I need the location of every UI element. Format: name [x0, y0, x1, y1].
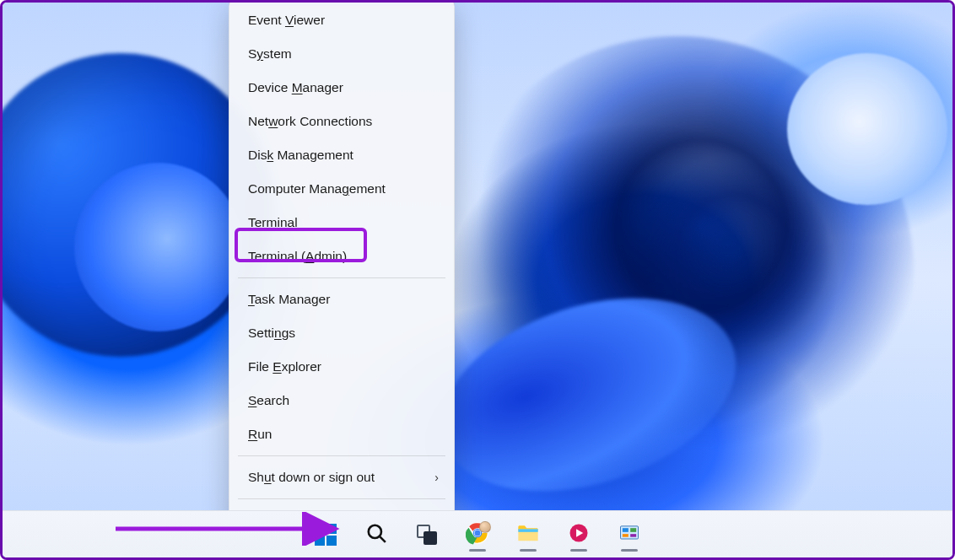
menu-item-system[interactable]: System: [233, 37, 451, 71]
menu-item-text-pre: Dis: [248, 148, 267, 162]
winx-context-menu: Event ViewerSystemDevice ManagerNetwork …: [229, 0, 455, 545]
menu-item-accelerator: g: [342, 181, 349, 196]
menu-item-text-post: ask Manager: [255, 292, 331, 306]
menu-item-file-explorer[interactable]: File Explorer: [233, 350, 451, 384]
menu-item-text-pre: Setti: [248, 326, 274, 340]
running-indicator: [469, 549, 486, 552]
task-view-icon: [417, 525, 437, 545]
menu-item-text-post: gs: [282, 326, 295, 340]
menu-item-text-post: stem: [263, 46, 292, 61]
menu-item-text-pre: File: [248, 359, 272, 374]
taskbar-taskview-button[interactable]: [408, 516, 445, 553]
taskbar-chrome-button[interactable]: [459, 516, 496, 553]
svg-rect-11: [630, 528, 636, 532]
menu-item-accelerator: w: [268, 114, 278, 128]
menu-item-accelerator: y: [256, 46, 263, 61]
menu-item-accelerator: V: [285, 13, 294, 27]
menu-item-text-pre: Computer Mana: [248, 181, 342, 196]
menu-item-event-viewer[interactable]: Event Viewer: [233, 3, 451, 37]
menu-item-text-post: ement: [349, 181, 386, 196]
desktop-wallpaper: [3, 3, 952, 557]
running-indicator: [520, 549, 537, 552]
menu-item-accelerator: k: [267, 148, 273, 162]
menu-item-accelerator: E: [272, 359, 281, 374]
menu-item-run[interactable]: Run: [233, 417, 451, 451]
menu-item-accelerator: u: [264, 470, 272, 484]
running-indicator: [621, 549, 638, 552]
screenshot-frame: Event ViewerSystemDevice ManagerNetwork …: [0, 0, 955, 560]
taskbar-search-button[interactable]: [358, 516, 395, 553]
menu-item-text-post: t down or sign out: [272, 470, 375, 484]
menu-item-terminal-admin[interactable]: Terminal (Admin): [233, 240, 451, 273]
menu-item-text-post: anager: [303, 80, 343, 94]
menu-item-accelerator: R: [248, 427, 257, 441]
taskbar-file-explorer-button[interactable]: [510, 516, 547, 553]
taskbar: [3, 510, 952, 557]
running-indicator: [570, 549, 587, 552]
control-panel-icon: [618, 521, 641, 548]
menu-item-text-post: Management: [273, 148, 353, 162]
chrome-profile-avatar: [479, 521, 491, 533]
menu-item-disk-management[interactable]: Disk Management: [233, 138, 451, 172]
menu-separator: [238, 277, 445, 278]
menu-item-computer-management[interactable]: Computer Management: [233, 172, 451, 206]
menu-separator: [238, 455, 445, 456]
svg-rect-9: [621, 525, 639, 538]
menu-item-terminal[interactable]: Terminal: [233, 206, 451, 240]
menu-item-text-post: xplorer: [282, 359, 321, 374]
svg-line-1: [380, 536, 386, 542]
svg-rect-13: [630, 534, 636, 537]
menu-item-settings[interactable]: Settings: [233, 316, 451, 350]
chevron-right-icon: ›: [434, 468, 439, 487]
taskbar-control-panel-button[interactable]: [611, 516, 648, 553]
menu-item-task-manager[interactable]: Task Manager: [233, 283, 451, 316]
svg-rect-10: [623, 528, 629, 532]
menu-item-network-connections[interactable]: Network Connections: [233, 105, 451, 138]
windows-logo-icon: [315, 524, 337, 546]
menu-item-text-pre: Terminal (: [248, 249, 305, 263]
menu-item-shutdown-signout[interactable]: Shut down or sign out›: [233, 460, 451, 494]
menu-item-text-pre: Term: [248, 215, 277, 229]
svg-rect-12: [623, 534, 629, 537]
taskbar-app-button-1[interactable]: [560, 516, 597, 553]
svg-rect-7: [518, 529, 537, 532]
menu-item-accelerator: M: [292, 80, 303, 94]
folder-icon: [516, 521, 540, 548]
taskbar-start-button[interactable]: [307, 516, 344, 553]
menu-item-text-post: earch: [256, 393, 289, 407]
menu-item-text-pre: Net: [248, 114, 268, 128]
menu-item-accelerator: n: [274, 326, 282, 340]
menu-item-text-post: un: [257, 427, 272, 441]
menu-item-accelerator: A: [305, 249, 314, 263]
menu-item-text-pre: S: [248, 46, 256, 61]
menu-item-text-post: nal: [280, 215, 298, 229]
record-app-icon: [567, 521, 591, 548]
menu-item-accelerator: S: [248, 393, 256, 407]
menu-item-text-post: ork Connections: [278, 114, 372, 128]
menu-item-text-post: dmin): [314, 249, 347, 263]
svg-point-0: [369, 525, 381, 537]
search-icon: [365, 522, 387, 547]
menu-item-text-post: iewer: [294, 13, 325, 27]
menu-item-text-pre: Sh: [248, 470, 264, 484]
menu-item-accelerator: T: [248, 292, 255, 306]
menu-item-text-pre: Event: [248, 13, 285, 27]
menu-item-text-pre: Device: [248, 80, 292, 94]
menu-item-device-manager[interactable]: Device Manager: [233, 71, 451, 105]
menu-item-search[interactable]: Search: [233, 384, 451, 417]
menu-separator: [238, 498, 445, 499]
